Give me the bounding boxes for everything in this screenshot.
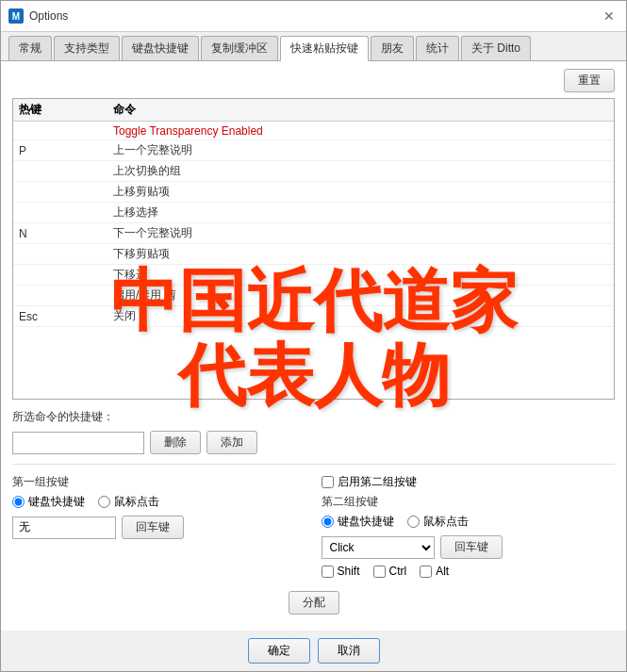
- tab-quick-paste[interactable]: 快速粘贴按键: [280, 36, 369, 61]
- table-row[interactable]: Esc 关闭: [13, 306, 614, 327]
- group2-radio-row: 键盘快捷键 鼠标点击: [322, 514, 616, 530]
- group2-enter-button[interactable]: 回车键: [440, 535, 503, 559]
- command-cell: 下移选: [113, 267, 608, 283]
- command-cell: 下移剪贴项: [113, 246, 608, 262]
- command-cell: 关闭: [113, 308, 608, 324]
- column-command: 命令: [113, 102, 608, 118]
- options-window: M Options ✕ 常规 支持类型 键盘快捷键 复制缓冲区 快速粘贴按键 朋…: [0, 0, 627, 672]
- table-row[interactable]: N 下一个完整说明: [13, 223, 614, 244]
- group2: 启用第二组按键 第二组按键 键盘快捷键 鼠标点击 Click: [322, 474, 616, 578]
- shift-checkbox-label[interactable]: Shift: [322, 565, 360, 578]
- group2-radio-keyboard-input[interactable]: [322, 516, 334, 528]
- tab-keyboard-shortcuts[interactable]: 键盘快捷键: [122, 36, 199, 60]
- delete-button[interactable]: 删除: [150, 431, 201, 454]
- command-cell: Toggle Transparency Enabled: [113, 124, 608, 138]
- app-icon: M: [8, 8, 24, 24]
- shortcut-input[interactable]: [12, 432, 144, 454]
- group2-title: 第二组按键: [322, 494, 616, 510]
- group1-radio-row: 键盘快捷键 鼠标点击: [12, 494, 306, 510]
- tab-support-type[interactable]: 支持类型: [54, 36, 120, 60]
- command-cell: 上一个完整说明: [113, 142, 608, 158]
- shortcut-label: 所选命令的快捷键：: [12, 409, 114, 425]
- close-button[interactable]: ✕: [600, 7, 619, 25]
- tab-stats[interactable]: 统计: [416, 36, 459, 60]
- shortcut-table[interactable]: 热键 命令 Toggle Transparency Enabled P 上一个完…: [12, 98, 615, 400]
- enable-second-label: 启用第二组按键: [338, 474, 417, 490]
- ctrl-checkbox[interactable]: [373, 565, 386, 578]
- table-row[interactable]: 下移剪贴项: [13, 244, 614, 265]
- group1-radio-mouse-input[interactable]: [98, 496, 110, 508]
- shortcut-input-row: 删除 添加: [12, 431, 615, 454]
- group2-radio-mouse[interactable]: 鼠标点击: [407, 514, 469, 530]
- tab-copy-buffer[interactable]: 复制缓冲区: [201, 36, 278, 60]
- shortcut-label-row: 所选命令的快捷键：: [12, 409, 615, 425]
- group1-input-row: 回车键: [12, 516, 306, 539]
- hotkey-cell: P: [19, 144, 113, 157]
- reset-row: 重置: [12, 69, 615, 92]
- alt-checkbox-label[interactable]: Alt: [420, 565, 449, 578]
- group2-radio-keyboard[interactable]: 键盘快捷键: [322, 514, 394, 530]
- title-bar: M Options ✕: [1, 1, 626, 32]
- ok-button[interactable]: 确定: [248, 638, 310, 664]
- group1-radio-mouse[interactable]: 鼠标点击: [98, 494, 159, 510]
- group2-checkbox-row: Shift Ctrl Alt: [322, 565, 616, 578]
- group2-input-row: Click Double Click Right Click Middle Cl…: [322, 535, 616, 559]
- group2-select[interactable]: Click Double Click Right Click Middle Cl…: [322, 536, 435, 559]
- hotkey-cell: N: [19, 227, 113, 240]
- table-header: 热键 命令: [13, 99, 614, 122]
- content-area: 中国近代道家 代表人物 重置 热键 命令 Toggle Transparency…: [1, 61, 626, 631]
- command-cell: 上移剪贴项: [113, 184, 608, 200]
- distribute-button[interactable]: 分配: [289, 591, 339, 615]
- enable-second-checkbox[interactable]: [322, 476, 334, 488]
- hotkey-cell: Esc: [19, 310, 113, 323]
- divider: [12, 464, 615, 465]
- shift-checkbox[interactable]: [322, 565, 334, 578]
- group1-radio-keyboard-input[interactable]: [12, 496, 25, 508]
- tab-general[interactable]: 常规: [8, 36, 52, 60]
- enable-second-row: 启用第二组按键: [322, 474, 616, 490]
- table-row[interactable]: 上次切换的组: [13, 161, 614, 182]
- title-bar-left: M Options: [8, 8, 68, 24]
- footer: 确定 取消: [1, 631, 626, 671]
- add-button[interactable]: 添加: [206, 431, 257, 454]
- table-row[interactable]: Toggle Transparency Enabled: [13, 122, 614, 140]
- table-row[interactable]: 上移选择: [13, 203, 614, 223]
- group1-title: 第一组按键: [12, 474, 306, 490]
- table-row[interactable]: P 上一个完整说明: [13, 140, 614, 161]
- group1-enter-button[interactable]: 回车键: [122, 516, 184, 539]
- cancel-button[interactable]: 取消: [318, 638, 380, 664]
- distribute-row: 分配: [12, 591, 615, 615]
- command-cell: 启用/禁用 剪: [113, 287, 608, 303]
- column-hotkey: 热键: [19, 102, 113, 118]
- tab-about[interactable]: 关于 Ditto: [461, 36, 531, 60]
- command-cell: 上次切换的组: [113, 163, 608, 179]
- table-row[interactable]: 上移剪贴项: [13, 182, 614, 203]
- group1-radio-keyboard[interactable]: 键盘快捷键: [12, 494, 85, 510]
- alt-checkbox[interactable]: [420, 565, 432, 578]
- table-row[interactable]: 下移选: [13, 265, 614, 286]
- tab-friends[interactable]: 朋友: [371, 36, 414, 60]
- tab-bar: 常规 支持类型 键盘快捷键 复制缓冲区 快速粘贴按键 朋友 统计 关于 Ditt…: [1, 32, 626, 61]
- command-cell: 上移选择: [113, 205, 608, 221]
- table-row[interactable]: 启用/禁用 剪: [13, 286, 614, 306]
- group2-radio-mouse-input[interactable]: [407, 516, 420, 528]
- window-title: Options: [29, 9, 68, 23]
- reset-button[interactable]: 重置: [564, 69, 615, 92]
- ctrl-checkbox-label[interactable]: Ctrl: [373, 565, 407, 578]
- group1: 第一组按键 键盘快捷键 鼠标点击 回车键: [12, 474, 306, 578]
- group1-text-input[interactable]: [12, 516, 116, 539]
- command-cell: 下一个完整说明: [113, 225, 608, 241]
- two-columns: 第一组按键 键盘快捷键 鼠标点击 回车键: [12, 474, 615, 578]
